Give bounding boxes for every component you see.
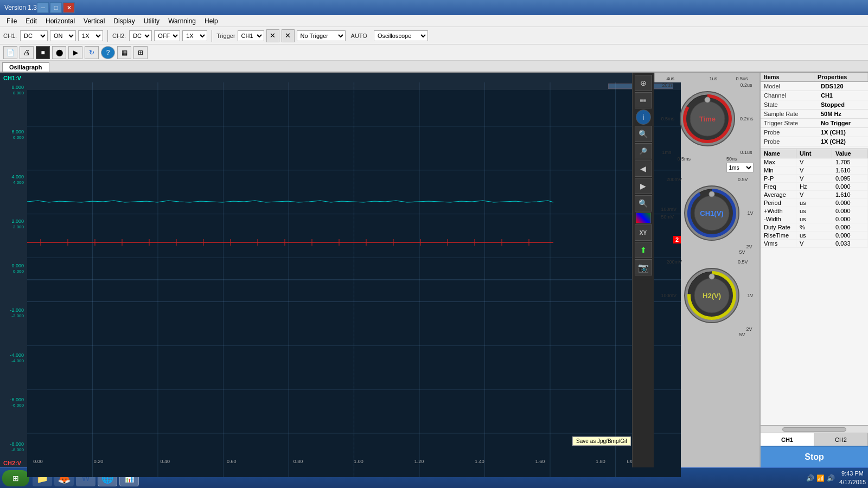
menu-warning[interactable]: Warnning: [164, 16, 200, 26]
record-btn[interactable]: ⬤: [52, 46, 66, 59]
oscilloscope-panel: 8.0008.000 6.0006.000 4.0004.000 2.0002.…: [0, 73, 654, 467]
menu-utility[interactable]: Utility: [139, 16, 164, 26]
info-icon[interactable]: i: [636, 110, 651, 125]
ch2-coupling-select[interactable]: DCAC: [129, 30, 152, 41]
ch2-state-select[interactable]: OFFON: [154, 30, 180, 41]
plot-canvas[interactable]: 2: [27, 82, 681, 477]
trigger-source-select[interactable]: CH1CH2: [238, 30, 264, 41]
props-scrollbar[interactable]: [761, 425, 868, 433]
prop-value-samplerate: 50M Hz: [818, 110, 868, 119]
camera-icon[interactable]: 📷: [635, 259, 652, 275]
color-icon[interactable]: [636, 213, 651, 223]
lines-icon[interactable]: ≡≡: [635, 92, 652, 108]
forward-icon[interactable]: ▶: [635, 178, 652, 194]
trigger-btn-1[interactable]: ✕: [266, 29, 279, 42]
meas-value-nwidth: 0.000: [832, 215, 868, 223]
dark-btn[interactable]: ■: [36, 46, 50, 59]
titlebar-controls: ─ □ ✕: [37, 2, 75, 13]
maximize-button[interactable]: □: [50, 2, 62, 13]
menu-display[interactable]: Display: [109, 16, 139, 26]
prop-label-probe2: Probe: [761, 137, 818, 146]
meas-value-min: 1.610: [832, 166, 868, 174]
time-knob-svg[interactable]: Time: [678, 89, 737, 149]
help-btn[interactable]: ?: [101, 46, 115, 59]
back-icon[interactable]: ◀: [635, 160, 652, 177]
meas-name-dutyratio: Duty Rate: [761, 223, 796, 231]
meas-name-risetime: RiseTime: [761, 232, 796, 239]
zoom-fit-icon[interactable]: 🔍: [635, 195, 652, 211]
ch1-label-2v: 2V: [746, 244, 752, 249]
x-label-8: 1.60: [529, 459, 551, 464]
ch1-probe-select[interactable]: 1X10X: [78, 30, 103, 41]
zoom-in-icon[interactable]: 🔍: [635, 126, 652, 142]
trigger-mode-select[interactable]: No TriggerAutoNormal: [297, 30, 346, 41]
xy-icon[interactable]: XY: [635, 224, 652, 241]
x-label-4: 0.80: [287, 459, 309, 464]
meas-name-nwidth: -Width: [761, 215, 796, 223]
prop-row-samplerate: Sample Rate 50M Hz: [761, 110, 868, 119]
ch1-state-select[interactable]: ONOFF: [50, 30, 76, 41]
new-btn[interactable]: 📄: [3, 46, 17, 59]
ch1-label-0.5v: 0.5V: [738, 177, 748, 182]
start-button[interactable]: ⊞: [2, 470, 29, 486]
osc-select[interactable]: Oscilloscope: [374, 30, 428, 41]
time-label-1ms: 1ms: [662, 150, 672, 155]
minimize-button[interactable]: ─: [37, 2, 49, 13]
ch2-plot-label: CH2:V: [3, 460, 21, 466]
x-label-9: 1.80: [590, 459, 611, 464]
ch2-knob-svg[interactable]: H2(V): [682, 266, 742, 325]
measurements-header: Name Uint Value: [761, 149, 868, 158]
stop-button[interactable]: Stop: [761, 446, 868, 467]
menu-horizontal[interactable]: Horizontal: [41, 16, 79, 26]
time-knob-container: 4us 1us 0.5us 20us 0.2us 0.5ms Time: [661, 76, 754, 172]
meas-name-period: Period: [761, 199, 796, 207]
meas-unit-period: us: [796, 199, 832, 207]
meas-row-pwidth: +Width us 0.000: [761, 207, 868, 215]
ch1-coupling-select[interactable]: DCACGND: [20, 30, 48, 41]
menu-file[interactable]: File: [2, 16, 21, 26]
ch-tab-1[interactable]: CH1: [761, 433, 814, 446]
trigger-btn-2[interactable]: ✕: [282, 29, 295, 42]
ch2-signal: [27, 82, 681, 477]
export-icon[interactable]: ⬆: [635, 242, 652, 258]
ch1-label-100mv: 100mV: [661, 207, 677, 212]
time-labels-top: 4us 1us 0.5us: [661, 76, 754, 81]
refresh-btn[interactable]: ↻: [85, 46, 99, 59]
ch-tab-2[interactable]: CH2: [814, 433, 868, 446]
y-label-neg2: -2.000-2.000: [1, 307, 26, 318]
tab-osillagraph[interactable]: Osillagraph: [2, 62, 49, 72]
prop-value-probe2: 1X (CH2): [818, 137, 868, 146]
battery-icon: 📶: [816, 474, 825, 482]
props-header-items: Items: [761, 73, 814, 81]
ch1-label-200mv: 200mV: [667, 177, 682, 182]
ch1-knob-svg[interactable]: CH1(V): [682, 183, 742, 243]
play-btn[interactable]: ▶: [68, 46, 82, 59]
toolbar: CH1: DCACGND ONOFF 1X10X CH2: DCAC OFFON…: [0, 27, 868, 44]
print-btn[interactable]: 🖨: [20, 46, 34, 59]
auto-label: AUTO: [351, 33, 367, 39]
meas-row-max: Max V 1.705: [761, 158, 868, 166]
prop-row-probe1: Probe 1X (CH1): [761, 128, 868, 137]
y-label-neg8: -8.000-8.000: [1, 441, 26, 452]
meas-unit-dutyratio: %: [796, 223, 832, 231]
move-icon[interactable]: ⊕: [635, 75, 652, 91]
time-select[interactable]: 1ms500us200us: [726, 163, 754, 172]
prop-value-state: Stopped: [818, 100, 868, 110]
meas-name-freq: Freq: [761, 183, 796, 190]
menu-help[interactable]: Help: [200, 16, 222, 26]
close-button[interactable]: ✕: [63, 2, 75, 13]
meas-header-name: Name: [761, 149, 796, 158]
meas-row-min: Min V 1.610: [761, 166, 868, 175]
time-label-0.2us: 0.2us: [740, 82, 752, 88]
ch2-label-5v: 5V: [739, 332, 745, 337]
grid-btn[interactable]: ▦: [117, 46, 131, 59]
menu-vertical[interactable]: Vertical: [79, 16, 109, 26]
grid2-btn[interactable]: ⊞: [133, 46, 148, 59]
x-label-6: 1.20: [408, 459, 430, 464]
zoom-out-icon[interactable]: 🔎: [635, 143, 652, 159]
menu-edit[interactable]: Edit: [21, 16, 41, 26]
ch2-probe-select[interactable]: 1X10X: [182, 30, 207, 41]
time-label-0.5us: 0.5us: [736, 76, 748, 81]
meas-row-period: Period us 0.000: [761, 199, 868, 207]
ch2-label-1v: 1V: [747, 293, 753, 298]
